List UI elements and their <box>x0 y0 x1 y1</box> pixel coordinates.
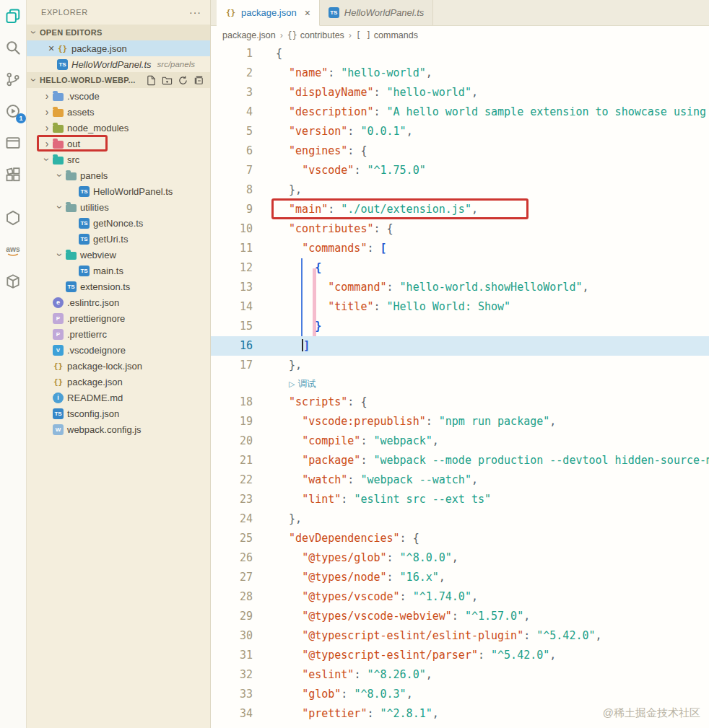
line-number: 15 <box>211 317 253 336</box>
tree-item-webpack.config.js[interactable]: Wwebpack.config.js <box>27 421 210 437</box>
code-line-27[interactable]: 27 "@types/node": "16.x", <box>211 568 709 587</box>
code-line-28[interactable]: 28 "@types/vscode": "^1.74.0", <box>211 587 709 607</box>
window-icon[interactable] <box>2 131 24 154</box>
open-editors-section-header[interactable]: OPEN EDITORS <box>27 25 210 40</box>
tree-item-package.json[interactable]: {}package.json <box>27 374 210 390</box>
code-line-26[interactable]: 26 "@types/glob": "^8.0.0", <box>211 548 709 568</box>
code-line-13[interactable]: 13 "command": "hello-world.showHelloWorl… <box>211 278 709 297</box>
tab-HelloWorldPanel.ts[interactable]: TSHelloWorldPanel.ts <box>320 0 434 25</box>
workspace-section-header[interactable]: HELLO-WORLD-WEBP... <box>27 72 210 88</box>
tree-item-.eslintrc.json[interactable]: e.eslintrc.json <box>27 294 210 310</box>
code-line-1[interactable]: 1{ <box>211 44 709 63</box>
chevron-right-icon[interactable] <box>41 107 53 117</box>
tree-item-out[interactable]: out <box>27 136 210 152</box>
tree-item-extension.ts[interactable]: TSextension.ts <box>27 279 210 294</box>
code-line-20[interactable]: 20 "compile": "webpack", <box>211 431 709 451</box>
tree-item-.prettierrc[interactable]: P.prettierrc <box>27 326 210 342</box>
refresh-icon[interactable] <box>178 75 188 86</box>
code-line-10[interactable]: 10 "contributes": { <box>211 219 709 239</box>
box-icon[interactable] <box>2 270 24 293</box>
tree-item-node_modules[interactable]: node_modules <box>27 120 210 136</box>
codelens-debug-link[interactable]: 调试 <box>297 374 316 394</box>
new-file-icon[interactable] <box>146 75 157 86</box>
code-line-32[interactable]: 32 "eslint": "^8.26.0", <box>211 665 709 685</box>
explorer-icon[interactable] <box>2 4 24 27</box>
code-line-18[interactable]: 18 "scripts": { <box>211 392 709 412</box>
play-icon: ▷ <box>289 374 295 394</box>
code-line-33[interactable]: 33 "glob": "^8.0.3", <box>211 685 709 704</box>
code-line-3[interactable]: 3 "displayName": "hello-world", <box>211 83 709 102</box>
code-editor[interactable]: 1{2 "name": "hello-world",3 "displayName… <box>211 44 709 728</box>
chevron-down-icon[interactable] <box>54 202 66 212</box>
tree-item-assets[interactable]: assets <box>27 104 210 120</box>
code-line-15[interactable]: 15 } <box>211 317 709 336</box>
code-line-5[interactable]: 5 "version": "0.0.1", <box>211 122 709 141</box>
tree-item-src[interactable]: src <box>27 152 210 167</box>
chevron-down-icon[interactable] <box>54 170 66 180</box>
chevron-down-icon[interactable] <box>54 250 66 260</box>
code-line-23[interactable]: 23 "lint": "eslint src --ext ts" <box>211 490 709 509</box>
tree-item-main.ts[interactable]: TSmain.ts <box>27 263 210 279</box>
tree-item-utilities[interactable]: utilities <box>27 199 210 215</box>
breadcrumb-item-package.json[interactable]: package.json <box>222 30 276 40</box>
breadcrumb-item-contributes[interactable]: {}contributes <box>287 30 344 40</box>
line-number: 20 <box>211 431 253 451</box>
code-line-7[interactable]: 7 "vscode": "^1.75.0" <box>211 161 709 180</box>
code-line-29[interactable]: 29 "@types/vscode-webview": "^1.57.0", <box>211 607 709 626</box>
package-hexagon-icon[interactable] <box>2 206 24 229</box>
line-number: 17 <box>211 356 253 375</box>
code-line-6[interactable]: 6 "engines": { <box>211 141 709 161</box>
code-line-9[interactable]: 9 "main": "./out/extension.js", <box>211 200 709 219</box>
open-editor-HelloWorldPanel.ts[interactable]: TSHelloWorldPanel.tssrc/panels <box>27 56 210 72</box>
chevron-right-icon[interactable] <box>41 139 53 149</box>
more-actions-icon[interactable]: ··· <box>189 6 201 18</box>
code-line-11[interactable]: 11 "commands": [ <box>211 239 709 258</box>
prettier-file-icon: P <box>53 313 64 324</box>
line-number: 2 <box>211 63 253 83</box>
chevron-right-icon[interactable] <box>41 91 53 101</box>
tree-item-panels[interactable]: panels <box>27 167 210 183</box>
open-editor-package.json[interactable]: ×{}package.json <box>27 40 210 56</box>
tree-item-.vscodeignore[interactable]: V.vscodeignore <box>27 342 210 358</box>
tree-item-README.md[interactable]: iREADME.md <box>27 390 210 405</box>
new-folder-icon[interactable] <box>162 75 173 86</box>
code-line-12[interactable]: 12 { <box>211 258 709 278</box>
code-line-24[interactable]: 24 }, <box>211 509 709 529</box>
code-line-19[interactable]: 19 "vscode:prepublish": "npm run package… <box>211 412 709 431</box>
code-line-16[interactable]: 16 ] <box>211 336 709 356</box>
aws-icon[interactable]: aws <box>2 238 24 261</box>
tree-item-package-lock.json[interactable]: {}package-lock.json <box>27 358 210 374</box>
tab-package.json[interactable]: {}package.json× <box>217 0 320 26</box>
code-line-31[interactable]: 31 "@typescript-eslint/parser": "^5.42.0… <box>211 646 709 665</box>
code-line-25[interactable]: 25 "devDependencies": { <box>211 529 709 548</box>
collapse-all-icon[interactable] <box>193 75 204 86</box>
chevron-down-icon[interactable] <box>41 154 53 165</box>
tree-item-.vscode[interactable]: .vscode <box>27 88 210 104</box>
code-line-8[interactable]: 8 }, <box>211 180 709 200</box>
breadcrumb-item-commands[interactable]: [ ]commands <box>356 30 418 40</box>
line-number: 28 <box>211 587 253 607</box>
tree-item-getUri.ts[interactable]: TSgetUri.ts <box>27 231 210 247</box>
search-icon[interactable] <box>2 36 24 59</box>
tree-item-tsconfig.json[interactable]: TStsconfig.json <box>27 405 210 421</box>
code-line-22[interactable]: 22 "watch": "webpack --watch", <box>211 470 709 490</box>
tree-item-.prettierignore[interactable]: P.prettierignore <box>27 310 210 326</box>
code-line-2[interactable]: 2 "name": "hello-world", <box>211 63 709 83</box>
run-debug-icon[interactable]: 1 <box>2 100 24 123</box>
code-line-14[interactable]: 14 "title": "Hello World: Show" <box>211 297 709 317</box>
tree-item-label: src <box>67 154 79 165</box>
code-line-30[interactable]: 30 "@typescript-eslint/eslint-plugin": "… <box>211 626 709 646</box>
source-control-icon[interactable] <box>2 68 24 91</box>
tree-item-getNonce.ts[interactable]: TSgetNonce.ts <box>27 215 210 231</box>
open-editor-label: package.json <box>71 43 127 54</box>
code-line-17[interactable]: 17 }, <box>211 356 709 375</box>
tree-item-HelloWorldPanel.ts[interactable]: TSHelloWorldPanel.ts <box>27 183 210 199</box>
close-icon[interactable]: × <box>45 43 57 54</box>
extensions-icon[interactable] <box>2 163 24 186</box>
tree-item-webview[interactable]: webview <box>27 247 210 263</box>
code-line-4[interactable]: 4 "description": "A hello world sample e… <box>211 102 709 122</box>
chevron-right-icon[interactable] <box>41 123 53 133</box>
code-line-21[interactable]: 21 "package": "webpack --mode production… <box>211 451 709 470</box>
sidebar-header: EXPLORER ··· <box>27 0 210 25</box>
close-icon[interactable]: × <box>305 7 310 19</box>
